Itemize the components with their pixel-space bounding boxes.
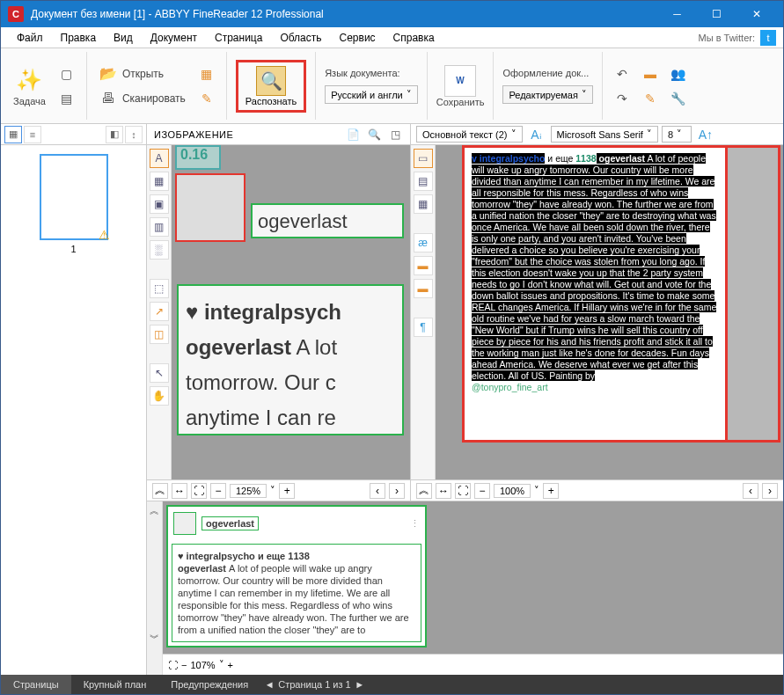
pen-button[interactable]: ✎ <box>640 88 661 109</box>
area-select-tool[interactable]: ⬚ <box>150 279 169 298</box>
chevron-down-icon[interactable]: ˅ <box>219 659 224 670</box>
text-page[interactable]: v integralpsycho и еще 1138 ogeverlast A… <box>462 145 728 443</box>
undo-button[interactable]: ↶ <box>612 63 633 84</box>
area-barcode-tool[interactable]: ▥ <box>150 217 169 237</box>
task-button[interactable]: ✨ Задача <box>10 62 49 110</box>
design-select[interactable]: Редактируемая˅ <box>502 85 593 104</box>
menu-help[interactable]: Справка <box>385 32 443 44</box>
close-button[interactable]: ✕ <box>736 1 776 27</box>
status-pages-tab[interactable]: Страницы <box>1 675 71 694</box>
closeup-zone[interactable]: ogeverlast ⋮ ♥ integralpsycho и еще 1138… <box>166 505 427 647</box>
fit-page-button[interactable]: ⛶ <box>455 483 471 499</box>
menu-view[interactable]: Вид <box>105 32 142 44</box>
zoom-in-button[interactable]: + <box>279 483 295 499</box>
save-button[interactable]: W Сохранить <box>436 65 485 107</box>
minimize-button[interactable]: ─ <box>657 1 697 27</box>
closeup-panel: ︽︾ ogeverlast ⋮ ♥ integralpsycho и еще 1 <box>147 501 783 675</box>
maximize-button[interactable]: ☐ <box>697 1 736 27</box>
zone-body[interactable]: ♥ integralpsych ogeverlast A lot tomorro… <box>177 284 404 435</box>
font-size-select[interactable]: 8˅ <box>662 126 692 143</box>
text-tool-e[interactable]: ▬ <box>414 256 433 275</box>
text-tool-a[interactable]: ▭ <box>414 149 433 168</box>
closeup-canvas[interactable]: ogeverlast ⋮ ♥ integralpsycho и еще 1138… <box>163 501 783 654</box>
closeup-vscroll[interactable]: ︽︾ <box>147 501 163 675</box>
twitter-icon[interactable]: t <box>760 30 776 46</box>
task-label: Задача <box>13 96 46 106</box>
status-closeup-tab[interactable]: Крупный план <box>71 675 159 694</box>
scroll-left-icon[interactable]: ‹ <box>743 483 758 499</box>
grow-font-button[interactable]: A↑ <box>695 124 716 145</box>
fit-width-button[interactable]: ↔ <box>172 483 187 499</box>
zoom-value[interactable]: 125% <box>230 484 267 498</box>
page-prev-button[interactable]: ◄ <box>260 679 278 690</box>
font-select[interactable]: Microsoft Sans Serif˅ <box>551 126 658 143</box>
zoom-out-button[interactable]: − <box>181 660 187 670</box>
image-analyze-button[interactable]: 🔍 <box>366 127 382 143</box>
open-doc-button[interactable]: ▤ <box>56 88 77 109</box>
language-select[interactable]: Русский и англи˅ <box>325 85 418 104</box>
text-canvas[interactable]: v integralpsycho и еще 1138 ogeverlast A… <box>436 145 783 479</box>
area-picture-tool[interactable]: ▣ <box>150 194 169 214</box>
menu-file[interactable]: Файл <box>8 32 52 44</box>
text-tool-d[interactable]: æ <box>414 233 433 252</box>
menu-edit[interactable]: Правка <box>52 32 106 44</box>
fit-width-button[interactable]: ↔ <box>436 483 451 499</box>
eraser-tool[interactable]: ◫ <box>150 325 169 344</box>
area-table-tool[interactable]: ▦ <box>150 172 169 191</box>
style-select[interactable]: Основной текст (2)˅ <box>416 126 523 143</box>
page-next-button[interactable]: ► <box>351 679 369 690</box>
image-read-button[interactable]: 📄 <box>345 127 361 143</box>
text-tool-b[interactable]: ▤ <box>414 172 433 191</box>
thumb-tool-a[interactable]: ◧ <box>106 126 123 143</box>
chevron-down-icon[interactable]: ˅ <box>534 485 539 496</box>
image-canvas[interactable]: 0.16 ogeverlast ♥ integralpsych ogeverla… <box>172 145 410 479</box>
zoom-out-button[interactable]: − <box>474 483 490 499</box>
area-order-tool[interactable]: ↗ <box>150 302 169 321</box>
status-warnings-tab[interactable]: Предупреждения <box>158 675 260 694</box>
area-background-tool[interactable]: ░ <box>150 240 169 260</box>
scroll-right-icon[interactable]: › <box>389 483 405 499</box>
menu-page[interactable]: Страница <box>206 32 271 44</box>
collapse-up-icon[interactable]: ︽ <box>152 483 168 499</box>
thumb-grid-button[interactable]: ▦ <box>4 126 22 143</box>
zoom-in-button[interactable]: + <box>543 483 559 499</box>
zoom-value[interactable]: 100% <box>494 484 531 498</box>
text-tool-f[interactable]: ▬ <box>414 279 433 298</box>
text-tool-g[interactable]: ¶ <box>414 318 433 337</box>
fit-button[interactable]: ⛶ <box>168 660 178 670</box>
menu-area[interactable]: Область <box>271 32 330 44</box>
settings-button[interactable]: 🔧 <box>668 88 689 109</box>
redo-button[interactable]: ↷ <box>612 88 633 109</box>
hand-tool[interactable]: ✋ <box>150 386 169 406</box>
zone-username[interactable]: ogeverlast <box>251 203 404 238</box>
scan-button[interactable]: 🖶Сканировать <box>96 88 189 109</box>
page-thumbnail[interactable]: 1 <box>39 154 109 666</box>
area-text-tool[interactable]: A <box>150 149 169 168</box>
open-button[interactable]: 📂Открыть <box>96 63 189 84</box>
style-brush-button[interactable]: Aᵢ <box>526 124 547 145</box>
chevron-down-icon[interactable]: ˅ <box>270 485 275 496</box>
tool-b-button[interactable]: ✎ <box>196 88 217 109</box>
thumb-list-button[interactable]: ≡ <box>24 126 41 143</box>
thumb-tool-b[interactable]: ↕ <box>125 126 143 143</box>
zone-badge[interactable]: 0.16 <box>175 145 221 170</box>
new-doc-button[interactable]: ▢ <box>56 63 77 84</box>
scroll-right-icon[interactable]: › <box>762 483 778 499</box>
collapse-up-icon[interactable]: ︽ <box>416 483 432 499</box>
scroll-left-icon[interactable]: ‹ <box>370 483 385 499</box>
menu-document[interactable]: Документ <box>142 32 206 44</box>
highlight-button[interactable]: ▬ <box>640 63 661 84</box>
image-props-button[interactable]: ◳ <box>387 127 403 143</box>
zoom-value[interactable]: 107% <box>190 660 215 670</box>
zoom-in-button[interactable]: + <box>228 660 233 670</box>
pointer-tool[interactable]: ↖ <box>150 363 169 383</box>
zone-image[interactable] <box>175 173 245 242</box>
menu-service[interactable]: Сервис <box>331 32 385 44</box>
tool-a-button[interactable]: ▦ <box>196 63 217 84</box>
more-icon[interactable]: ⋮ <box>410 518 420 530</box>
text-tool-c[interactable]: ▦ <box>414 194 433 214</box>
fit-page-button[interactable]: ⛶ <box>191 483 207 499</box>
zoom-out-button[interactable]: − <box>210 483 226 499</box>
recognize-button[interactable]: 🔍 Распознать <box>236 60 306 113</box>
people-button[interactable]: 👥 <box>668 63 689 84</box>
